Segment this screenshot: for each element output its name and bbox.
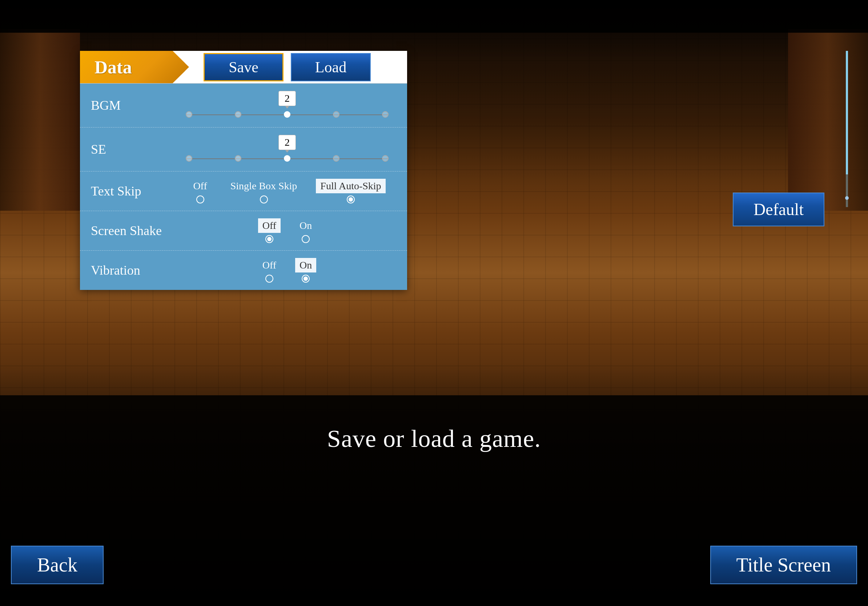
text-skip-full-radio[interactable] — [347, 195, 355, 204]
text-skip-off-radio[interactable] — [196, 195, 204, 204]
text-skip-full-option[interactable]: Full Auto-Skip — [316, 179, 385, 204]
vibration-on-label: On — [295, 258, 316, 272]
se-value: 2 — [278, 135, 296, 150]
default-button-container: Default — [733, 193, 825, 226]
bottom-nav-buttons: Back Title Screen — [0, 546, 868, 584]
text-skip-full-label: Full Auto-Skip — [316, 179, 385, 193]
bgm-dot-4[interactable] — [382, 111, 389, 118]
data-label-arrow: Data — [80, 51, 189, 83]
back-button[interactable]: Back — [11, 546, 104, 584]
screen-shake-off-option[interactable]: Off — [258, 218, 281, 243]
screen-shake-on-radio[interactable] — [302, 235, 310, 243]
bgm-dot-1[interactable] — [235, 111, 241, 118]
se-dot-4[interactable] — [382, 155, 389, 162]
scrollbar-thumb[interactable] — [846, 51, 848, 175]
screen-shake-on-label: On — [295, 218, 316, 233]
text-skip-single-label: Single Box Skip — [226, 179, 302, 193]
vibration-on-radio[interactable] — [302, 275, 310, 283]
vibration-on-option[interactable]: On — [295, 258, 316, 283]
se-dot-1[interactable] — [235, 155, 241, 162]
settings-panel: Data Save Load BGM 2 — [80, 51, 407, 290]
data-action-buttons: Save Load — [203, 53, 371, 81]
bgm-value: 2 — [278, 91, 296, 106]
vibration-control: Off On — [167, 254, 407, 286]
shelf-right-decoration — [788, 29, 868, 211]
vibration-off-option[interactable]: Off — [258, 258, 281, 283]
screen-shake-off-radio[interactable] — [265, 235, 273, 243]
title-screen-button[interactable]: Title Screen — [710, 546, 857, 584]
load-button[interactable]: Load — [291, 53, 371, 81]
screen-shake-options: Off On — [258, 218, 316, 243]
vibration-label: Vibration — [80, 263, 167, 278]
se-row: SE 2 — [80, 128, 407, 172]
bgm-dot-3[interactable] — [333, 111, 339, 118]
text-skip-off-label: Off — [189, 179, 211, 193]
vibration-row: Vibration Off On — [80, 251, 407, 290]
bgm-dot-0[interactable] — [186, 111, 192, 118]
screen-shake-row: Screen Shake Off On — [80, 211, 407, 251]
bgm-label: BGM — [80, 98, 167, 113]
scrollbar-track — [846, 51, 848, 207]
scrollbar[interactable] — [843, 51, 851, 207]
text-skip-options: Off Single Box Skip Full Auto-Skip — [189, 179, 385, 204]
bgm-slider-dots[interactable] — [186, 111, 389, 118]
screen-shake-label: Screen Shake — [80, 223, 167, 238]
bgm-slider[interactable]: 2 — [175, 91, 400, 120]
se-dot-0[interactable] — [186, 155, 192, 162]
vibration-off-radio[interactable] — [265, 275, 273, 283]
bottom-area: Save or load a game. Back Title Screen — [0, 395, 868, 606]
screen-shake-off-label: Off — [258, 218, 281, 233]
data-header-row: Data Save Load — [80, 51, 407, 83]
scrollbar-bottom-indicator — [845, 196, 849, 200]
se-dot-2[interactable] — [284, 155, 290, 162]
settings-body: BGM 2 — [80, 83, 407, 290]
default-button[interactable]: Default — [733, 193, 825, 226]
text-skip-label: Text Skip — [80, 184, 167, 199]
text-skip-control: Off Single Box Skip Full Auto-Skip — [167, 175, 407, 207]
bgm-control[interactable]: 2 — [167, 87, 407, 124]
bgm-row: BGM 2 — [80, 83, 407, 128]
vibration-off-label: Off — [258, 258, 281, 272]
vibration-options: Off On — [258, 258, 316, 283]
top-bar — [0, 0, 868, 33]
bgm-dot-2[interactable] — [284, 111, 290, 118]
se-slider-dots[interactable] — [186, 155, 389, 162]
se-label: SE — [80, 142, 167, 157]
text-skip-single-radio[interactable] — [260, 195, 268, 204]
screen-shake-on-option[interactable]: On — [295, 218, 316, 243]
screen-shake-control: Off On — [167, 215, 407, 247]
save-button[interactable]: Save — [203, 53, 284, 81]
text-skip-single-option[interactable]: Single Box Skip — [226, 179, 302, 204]
shelf-left-decoration — [0, 29, 80, 211]
text-skip-row: Text Skip Off Single Box Skip Full Auto-… — [80, 172, 407, 211]
data-label: Data — [95, 57, 132, 78]
description-text: Save or load a game. — [327, 424, 541, 453]
se-control[interactable]: 2 — [167, 131, 407, 167]
text-skip-off-option[interactable]: Off — [189, 179, 211, 204]
se-dot-3[interactable] — [333, 155, 339, 162]
se-slider[interactable]: 2 — [175, 135, 400, 164]
